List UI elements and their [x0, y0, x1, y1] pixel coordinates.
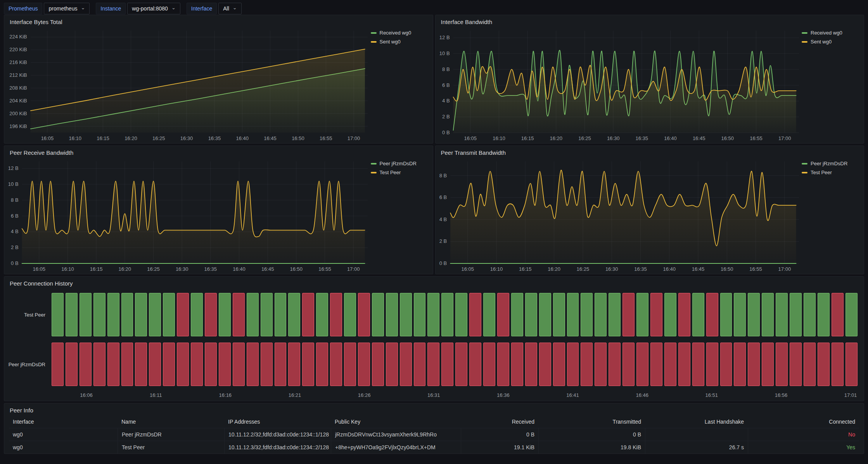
- cell-transmitted: 19.8 KiB: [538, 441, 645, 454]
- legend-item-sent-wg0[interactable]: Sent wg0: [802, 39, 860, 45]
- x-axis-tick: 16:31: [427, 392, 440, 398]
- status-block-disconnected: [734, 343, 746, 386]
- y-axis-tick: 216 KiB: [9, 59, 27, 65]
- status-block-disconnected: [247, 343, 259, 386]
- legend-swatch: [371, 32, 377, 34]
- variable-value-interface[interactable]: All⌄: [218, 3, 241, 14]
- panel-row-1: Interface Bytes Total 16:0516:1016:1516:…: [4, 15, 864, 144]
- status-block-disconnected: [664, 343, 676, 386]
- status-block-connected: [455, 293, 467, 336]
- variable-label-prometheus: Prometheus: [4, 3, 42, 14]
- legend-item-test-peer[interactable]: Test Peer: [371, 170, 429, 175]
- status-block-disconnected: [818, 343, 830, 386]
- variable-value-instance[interactable]: wg-portal:8080⌄: [127, 3, 180, 14]
- status-block-connected: [400, 293, 412, 336]
- status-block-disconnected: [358, 293, 370, 336]
- chevron-down-icon: ⌄: [81, 5, 85, 10]
- timeseries-chart[interactable]: 16:0516:1016:1516:2016:2516:3016:3516:40…: [4, 157, 371, 274]
- column-header-public-key[interactable]: Public Key: [331, 415, 461, 428]
- column-header-received[interactable]: Received: [461, 415, 538, 428]
- x-axis-tick: 16:10: [490, 266, 503, 272]
- status-block-connected: [66, 293, 78, 336]
- status-block-disconnected: [80, 343, 92, 386]
- status-block-connected: [776, 293, 788, 336]
- status-block-disconnected: [706, 343, 718, 386]
- status-block-disconnected: [622, 343, 635, 386]
- x-axis-tick: 16:50: [721, 135, 734, 141]
- timeseries-chart[interactable]: 16:0516:1016:1516:2016:2516:3016:3516:40…: [4, 26, 371, 143]
- status-block-disconnected: [107, 343, 119, 386]
- x-axis-tick: 16:35: [634, 266, 647, 272]
- status-block-disconnected: [832, 293, 844, 336]
- status-block-connected: [344, 293, 356, 336]
- status-block-disconnected: [553, 343, 565, 386]
- panel-title[interactable]: Interface Bandwidth: [436, 15, 864, 26]
- legend-item-received-wg0[interactable]: Received wg0: [802, 30, 860, 36]
- chevron-down-icon: ⌄: [233, 5, 237, 10]
- status-block-disconnected: [455, 343, 467, 386]
- status-block-disconnected: [163, 343, 175, 386]
- status-block-connected: [734, 293, 746, 336]
- y-axis-tick: 6 B: [11, 213, 19, 219]
- status-block-connected: [427, 293, 439, 336]
- column-header-connected[interactable]: Connected: [748, 415, 859, 428]
- legend-item-peer-jrzmdsdr[interactable]: Peer jRzmDsDR: [371, 161, 429, 166]
- y-axis-tick: 2 B: [439, 238, 447, 244]
- panel-peer-info: Peer Info InterfaceNameIP AddressesPubli…: [4, 403, 864, 454]
- status-block-connected: [93, 293, 105, 336]
- column-header-interface[interactable]: Interface: [9, 415, 118, 428]
- panel-title[interactable]: Peer Connection History: [4, 277, 864, 287]
- column-header-last-handshake[interactable]: Last Handshake: [645, 415, 748, 428]
- status-block-connected: [121, 293, 133, 336]
- status-block-disconnected: [720, 343, 732, 386]
- status-history: Test PeerPeer jRzmDsDR 16:0616:1116:1616…: [4, 287, 864, 401]
- y-axis-tick: 12 B: [439, 35, 450, 40]
- history-blocks: [52, 293, 858, 336]
- x-axis-tick: 16:20: [124, 135, 137, 141]
- status-block-disconnected: [567, 343, 579, 386]
- x-axis-tick: 17:01: [844, 392, 857, 398]
- status-block-disconnected: [441, 343, 453, 386]
- panel-title[interactable]: Peer Info: [4, 403, 864, 414]
- status-block-disconnected: [595, 343, 607, 386]
- x-axis-tick: 16:30: [180, 135, 193, 141]
- panel-peer-connection-history: Peer Connection History Test PeerPeer jR…: [4, 276, 864, 401]
- status-block-disconnected: [790, 343, 802, 386]
- chevron-down-icon: ⌄: [171, 5, 176, 10]
- status-block-disconnected: [302, 343, 314, 386]
- y-axis-tick: 0 B: [439, 260, 447, 266]
- panel-interface-bytes-total: Interface Bytes Total 16:0516:1016:1516:…: [4, 15, 433, 144]
- cell-connected: No: [748, 428, 859, 441]
- legend-swatch: [371, 163, 377, 164]
- status-block-disconnected: [52, 343, 64, 386]
- y-axis-tick: 10 B: [439, 50, 450, 56]
- column-header-ip-addresses[interactable]: IP Addresses: [224, 415, 331, 428]
- legend-item-test-peer[interactable]: Test Peer: [802, 170, 860, 175]
- status-block-connected: [316, 293, 328, 336]
- variable-value-prometheus[interactable]: prometheus⌄: [44, 3, 90, 14]
- panel-title[interactable]: Peer Transmit Bandwidth: [436, 146, 864, 157]
- x-axis-tick: 16:45: [264, 135, 277, 141]
- x-axis-tick: 16:20: [548, 266, 560, 272]
- x-axis-tick: 17:00: [347, 266, 360, 272]
- x-axis-tick: 17:00: [778, 135, 791, 141]
- column-header-name[interactable]: Name: [118, 415, 224, 428]
- legend-label: Test Peer: [811, 170, 832, 175]
- timeseries-chart[interactable]: 16:0516:1016:1516:2016:2516:3016:3516:40…: [436, 157, 802, 274]
- legend-item-peer-jrzmdsdr[interactable]: Peer jRzmDsDR: [802, 161, 860, 166]
- legend-item-sent-wg0[interactable]: Sent wg0: [371, 39, 429, 45]
- panel-title[interactable]: Interface Bytes Total: [4, 15, 433, 26]
- status-block-connected: [567, 293, 579, 336]
- column-header-transmitted[interactable]: Transmitted: [538, 415, 645, 428]
- status-block-disconnected: [636, 343, 648, 386]
- legend-swatch: [802, 172, 807, 173]
- legend-swatch: [802, 163, 807, 164]
- legend-swatch: [802, 41, 807, 43]
- x-axis-tick: 16:41: [566, 392, 579, 398]
- legend-swatch: [371, 41, 377, 43]
- cell-name: Peer jRzmDsDR: [118, 428, 224, 441]
- legend-item-received-wg0[interactable]: Received wg0: [371, 30, 429, 36]
- panel-title[interactable]: Peer Receive Bandwidth: [4, 146, 433, 157]
- timeseries-chart[interactable]: 16:0516:1016:1516:2016:2516:3016:3516:40…: [436, 26, 802, 143]
- status-block-connected: [762, 293, 774, 336]
